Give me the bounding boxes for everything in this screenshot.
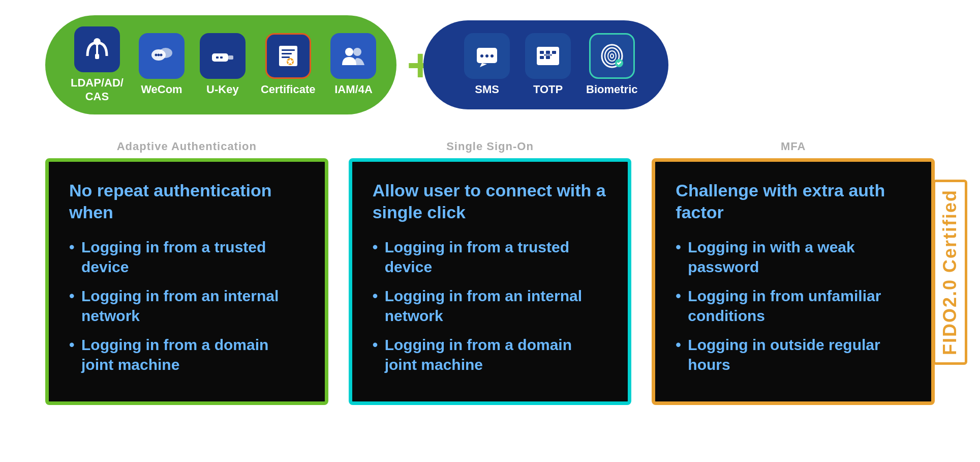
icon-ldap: LDAP/AD/ CAS	[71, 26, 124, 103]
svg-point-21	[485, 54, 488, 57]
card-cyan-list: Logging in from a trusted device Logging…	[373, 237, 608, 374]
card-wrapper-cyan: Single Sign-On Allow user to connect wit…	[349, 140, 632, 405]
svg-point-0	[94, 38, 101, 45]
card-cyan: Allow user to connect with a single clic…	[349, 158, 632, 405]
card-cyan-title: Allow user to connect with a single clic…	[373, 180, 608, 223]
svg-rect-24	[540, 51, 544, 54]
totp-icon: **** **	[525, 33, 571, 79]
svg-point-33	[608, 51, 616, 61]
iam4a-label: IAM/4A	[334, 83, 373, 96]
banner-green-section: LDAP/AD/ CAS WeCom	[45, 15, 396, 114]
ldap-label: LDAP/AD/ CAS	[71, 76, 124, 103]
icon-totp: **** ** TOTP	[525, 33, 571, 96]
icon-sms: SMS	[464, 33, 510, 96]
card-orange-title: Challenge with extra auth factor	[676, 180, 911, 223]
svg-point-20	[480, 54, 483, 57]
list-item: Logging in from a trusted device	[373, 237, 608, 277]
list-item: Logging in from an internal network	[69, 286, 304, 326]
totp-label: TOTP	[533, 83, 563, 96]
ukey-label: U-Key	[206, 83, 239, 96]
banner-blue-section: SMS **** ** TOTP	[423, 20, 668, 109]
fido-certified-label: FIDO2.0 Certified	[936, 140, 964, 405]
svg-rect-13	[282, 53, 292, 54]
svg-point-6	[160, 54, 162, 56]
svg-rect-1	[95, 54, 99, 59]
sms-label: SMS	[475, 83, 499, 96]
svg-point-34	[610, 54, 614, 58]
list-item: Logging in with a weak password	[676, 237, 911, 277]
svg-text:**: **	[546, 49, 550, 54]
icon-certificate: Certificate	[261, 33, 316, 96]
col-header-orange: MFA	[652, 140, 935, 153]
svg-rect-10	[220, 56, 223, 59]
list-item: Logging in from a domain joint machine	[373, 335, 608, 374]
list-item: Logging in from a trusted device	[69, 237, 304, 277]
list-item: Logging in from a domain joint machine	[69, 335, 304, 374]
svg-point-17	[345, 48, 353, 56]
col-header-green: Adaptive Authentication	[45, 140, 328, 153]
card-green-list: Logging in from a trusted device Logging…	[69, 237, 304, 374]
icon-biometric: Biometric	[586, 33, 637, 96]
ukey-icon	[200, 33, 246, 79]
biometric-label: Biometric	[586, 83, 637, 96]
svg-point-5	[157, 54, 160, 56]
wecom-icon	[139, 33, 185, 79]
icon-wecom: WeCom	[139, 33, 185, 96]
icon-iam4a: IAM/4A	[330, 33, 376, 96]
svg-rect-27	[540, 56, 544, 59]
card-orange-list: Logging in with a weak password Logging …	[676, 237, 911, 374]
card-wrapper-green: Adaptive Authentication No repeat authen…	[45, 140, 328, 405]
wecom-label: WeCom	[141, 83, 182, 96]
card-wrapper-orange: MFA Challenge with extra auth factor Log…	[652, 140, 935, 405]
svg-rect-26	[552, 51, 556, 54]
list-item: Logging in from unfamiliar conditions	[676, 286, 911, 326]
sms-icon	[464, 33, 510, 79]
svg-rect-9	[216, 56, 219, 59]
card-green-title: No repeat authentication when	[69, 180, 304, 223]
banner: LDAP/AD/ CAS WeCom	[45, 15, 935, 114]
list-item: Logging in from an internal network	[373, 286, 608, 326]
fido-text: FIDO2.0 Certified	[933, 180, 967, 365]
biometric-icon	[589, 33, 635, 79]
col-header-cyan: Single Sign-On	[349, 140, 632, 153]
icon-ukey: U-Key	[200, 33, 246, 96]
list-item: Logging in outside regular hours	[676, 335, 911, 374]
certificate-icon	[265, 33, 311, 79]
svg-rect-12	[282, 49, 295, 51]
card-orange: Challenge with extra auth factor Logging…	[652, 158, 935, 405]
svg-rect-14	[282, 56, 290, 58]
certificate-label: Certificate	[261, 83, 316, 96]
card-green: No repeat authentication when Logging in…	[45, 158, 328, 405]
cards-row: Adaptive Authentication No repeat authen…	[45, 140, 935, 405]
svg-rect-8	[228, 55, 233, 60]
ldap-icon	[74, 26, 120, 72]
svg-point-4	[155, 54, 157, 56]
iam4a-icon	[330, 33, 376, 79]
svg-point-3	[159, 48, 172, 58]
svg-point-18	[353, 48, 361, 56]
svg-point-22	[491, 54, 494, 57]
